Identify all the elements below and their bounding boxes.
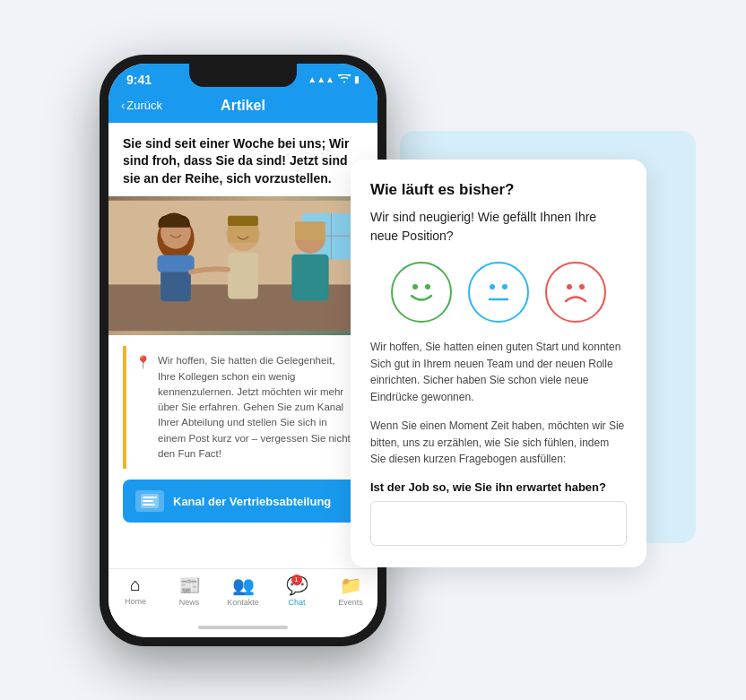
tab-chat-label: Chat [288, 598, 305, 607]
wifi-icon [338, 74, 351, 85]
tab-home[interactable]: ⌂ Home [108, 575, 162, 607]
channel-button[interactable]: Kanal der Vertriebsabteilung [123, 480, 363, 523]
news-icon: 📰 [178, 575, 201, 596]
tab-events[interactable]: 📁 Events [324, 575, 377, 607]
channel-icon [135, 490, 164, 512]
survey-body-text-1: Wir hoffen, Sie hatten einen guten Start… [370, 339, 627, 405]
article-image [108, 196, 377, 335]
pin-icon: 📍 [135, 355, 151, 369]
signal-icon: ▲▲▲ [308, 74, 334, 84]
svg-point-24 [502, 284, 507, 290]
back-label: Zurück [126, 99, 162, 112]
tab-events-label: Events [338, 598, 363, 607]
kontakte-icon: 👥 [232, 575, 255, 596]
survey-question: Ist der Job so, wie Sie ihn erwartet hab… [370, 480, 627, 494]
events-icon: 📁 [340, 575, 362, 596]
svg-point-26 [567, 284, 572, 290]
nav-title: Artikel [221, 98, 265, 114]
svg-rect-9 [157, 255, 194, 272]
svg-point-21 [412, 284, 418, 290]
channel-button-label: Kanal der Vertriebsabteilung [173, 495, 331, 508]
tab-news[interactable]: 📰 News [162, 575, 216, 607]
status-icons: ▲▲▲ ▮ [308, 74, 360, 85]
status-time: 9:41 [126, 73, 152, 87]
home-icon: ⌂ [130, 575, 141, 595]
svg-rect-15 [295, 222, 325, 241]
tab-home-label: Home [125, 597, 146, 606]
battery-icon: ▮ [354, 74, 360, 84]
survey-title: Wie läuft es bisher? [370, 181, 627, 199]
tab-bar: ⌂ Home 📰 News 👥 Kontakte 💬 1 Chat [108, 568, 377, 618]
article-content: Sie sind seit einer Woche bei uns; Wir s… [108, 123, 377, 568]
survey-answer-input[interactable] [370, 501, 627, 546]
tab-kontakte-label: Kontakte [227, 598, 259, 607]
tab-news-label: News [179, 598, 200, 607]
home-indicator [108, 618, 377, 637]
svg-rect-20 [143, 504, 155, 506]
survey-card: Wie läuft es bisher? Wir sind neugierig!… [351, 160, 646, 567]
article-heading: Sie sind seit einer Woche bei uns; Wir s… [108, 123, 377, 197]
phone-frame: 9:41 ▲▲▲ ▮ ‹ Zurück Artikel [100, 55, 386, 646]
svg-rect-16 [291, 255, 328, 301]
tab-chat[interactable]: 💬 1 Chat [270, 575, 324, 607]
chevron-left-icon: ‹ [121, 99, 125, 112]
svg-rect-13 [228, 253, 258, 299]
home-bar [198, 626, 288, 629]
neutral-face[interactable] [468, 262, 529, 323]
phone-screen: 9:41 ▲▲▲ ▮ ‹ Zurück Artikel [108, 64, 377, 637]
tab-kontakte[interactable]: 👥 Kontakte [216, 575, 270, 607]
survey-body-text-2: Wenn Sie einen Moment Zeit haben, möchte… [370, 418, 627, 468]
back-button[interactable]: ‹ Zurück [121, 99, 162, 112]
quote-block: 📍 Wir hoffen, Sie hatten die Gelegenheit… [123, 346, 363, 469]
svg-point-23 [490, 284, 495, 290]
sad-face[interactable] [545, 262, 606, 323]
svg-rect-19 [143, 500, 153, 502]
emoji-row [370, 262, 627, 323]
phone-notch [189, 64, 297, 87]
survey-subtitle: Wir sind neugierig! Wie gefällt Ihnen Ih… [370, 208, 627, 246]
svg-rect-12 [228, 216, 258, 226]
svg-point-27 [579, 284, 585, 290]
chat-badge: 1 [291, 575, 302, 585]
quote-text: Wir hoffen, Sie hatten die Gelegenheit, … [158, 353, 354, 462]
nav-bar: ‹ Zurück Artikel [108, 92, 377, 123]
svg-point-22 [425, 284, 430, 290]
happy-face[interactable] [391, 262, 452, 323]
svg-rect-18 [143, 497, 157, 498]
